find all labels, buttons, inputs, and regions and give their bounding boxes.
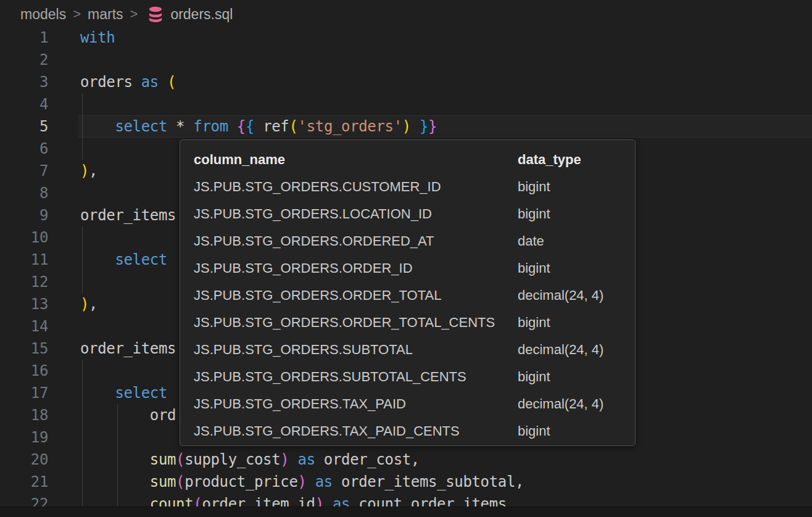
code-token bbox=[80, 384, 115, 402]
code-text[interactable]: ), bbox=[80, 160, 97, 182]
code-token: order_items_subtotal, bbox=[333, 473, 524, 490]
code-text[interactable]: select bbox=[80, 249, 167, 271]
code-token: ( bbox=[176, 473, 184, 490]
hover-cell-column-name: JS.PUB.STG_ORDERS.CUSTOMER_ID bbox=[194, 173, 518, 201]
line-number[interactable]: 15 bbox=[0, 337, 48, 360]
code-token bbox=[411, 118, 420, 135]
code-token: with bbox=[80, 29, 115, 46]
line-number[interactable]: 5 bbox=[0, 115, 48, 138]
hover-header-data-type: data_type bbox=[518, 146, 635, 173]
hover-cell-data-type: decimal(24, 4) bbox=[518, 336, 635, 363]
hover-cell-column-name: JS.PUB.STG_ORDERS.SUBTOTAL bbox=[194, 336, 518, 363]
hover-rows: JS.PUB.STG_ORDERS.CUSTOMER_IDbigintJS.PU… bbox=[180, 173, 635, 445]
code-line[interactable]: 20 sum(supply_cost) as order_cost, bbox=[0, 449, 812, 471]
line-number[interactable]: 12 bbox=[0, 271, 48, 293]
code-line[interactable]: 1with bbox=[0, 27, 812, 49]
line-number[interactable]: 3 bbox=[0, 71, 48, 93]
line-number[interactable]: 14 bbox=[0, 315, 48, 337]
line-number[interactable]: 13 bbox=[0, 293, 48, 315]
hover-cell-data-type: bigint bbox=[518, 418, 635, 445]
hover-cell-data-type: bigint bbox=[518, 201, 635, 228]
line-number[interactable]: 1 bbox=[0, 27, 48, 49]
line-number[interactable]: 18 bbox=[0, 404, 48, 426]
code-token: ) bbox=[402, 118, 411, 135]
line-number[interactable]: 9 bbox=[0, 204, 48, 226]
code-token: ( bbox=[167, 73, 176, 91]
hover-header-column-name: column_name bbox=[194, 146, 518, 173]
code-token: ( bbox=[176, 451, 184, 468]
line-number[interactable]: 11 bbox=[0, 249, 48, 271]
code-line[interactable]: 5 select * from {{ ref('stg_orders') }} bbox=[0, 115, 812, 138]
code-token: , bbox=[89, 296, 97, 313]
line-number[interactable]: 20 bbox=[0, 449, 48, 471]
code-token: as bbox=[298, 451, 315, 468]
code-token: , bbox=[89, 162, 97, 180]
code-token: { bbox=[246, 118, 254, 135]
line-number[interactable]: 21 bbox=[0, 471, 48, 493]
code-token: select bbox=[115, 118, 167, 135]
code-token: ) bbox=[80, 162, 89, 180]
code-token bbox=[159, 73, 167, 91]
hover-widget: column_name data_type JS.PUB.STG_ORDERS.… bbox=[180, 139, 636, 446]
code-text[interactable]: orders as ( bbox=[80, 71, 176, 93]
line-number[interactable]: 7 bbox=[0, 160, 48, 182]
code-text[interactable]: ), bbox=[80, 293, 97, 315]
hover-cell-column-name: JS.PUB.STG_ORDERS.TAX_PAID_CENTS bbox=[194, 418, 518, 445]
hover-header-row: column_name data_type bbox=[180, 146, 635, 173]
code-text[interactable]: order_items bbox=[80, 337, 176, 360]
code-line[interactable]: 4 bbox=[0, 93, 812, 115]
code-token: } bbox=[420, 118, 428, 135]
hover-cell-data-type: bigint bbox=[518, 255, 635, 282]
code-text[interactable]: order_items bbox=[80, 204, 176, 226]
code-token: * bbox=[167, 118, 193, 135]
hover-cell-data-type: decimal(24, 4) bbox=[518, 391, 635, 418]
code-token bbox=[80, 473, 150, 490]
code-text[interactable]: sum(product_price) as order_items_subtot… bbox=[80, 471, 524, 493]
line-number[interactable]: 17 bbox=[0, 382, 48, 404]
editor-bottom-edge bbox=[0, 507, 812, 517]
code-token: select bbox=[115, 384, 167, 402]
code-token: sum bbox=[150, 451, 176, 468]
line-number[interactable]: 8 bbox=[0, 182, 48, 204]
code-token bbox=[307, 473, 315, 490]
code-token bbox=[80, 251, 115, 268]
code-token: ( bbox=[289, 118, 297, 135]
line-number[interactable]: 4 bbox=[0, 93, 48, 115]
code-text[interactable]: sum(supply_cost) as order_cost, bbox=[80, 449, 420, 471]
code-text[interactable]: select * from {{ ref('stg_orders') }} bbox=[80, 115, 437, 138]
code-token: ) bbox=[298, 473, 307, 490]
hover-cell-data-type: bigint bbox=[518, 173, 635, 201]
hover-row: JS.PUB.STG_ORDERS.ORDERED_ATdate bbox=[180, 228, 635, 255]
hover-cell-column-name: JS.PUB.STG_ORDERS.SUBTOTAL_CENTS bbox=[194, 363, 518, 391]
hover-cell-column-name: JS.PUB.STG_ORDERS.TAX_PAID bbox=[194, 391, 518, 418]
line-number[interactable]: 10 bbox=[0, 226, 48, 249]
hover-row: JS.PUB.STG_ORDERS.SUBTOTALdecimal(24, 4) bbox=[180, 336, 635, 363]
code-line[interactable]: 21 sum(product_price) as order_items_sub… bbox=[0, 471, 812, 493]
hover-cell-data-type: bigint bbox=[518, 363, 635, 391]
code-line[interactable]: 2 bbox=[0, 49, 812, 71]
code-text[interactable]: with bbox=[80, 27, 115, 49]
line-number[interactable]: 16 bbox=[0, 360, 48, 382]
vscode-editor-window: models > marts > orders.sql 1with23order… bbox=[0, 0, 812, 517]
hover-cell-column-name: JS.PUB.STG_ORDERS.LOCATION_ID bbox=[194, 201, 518, 228]
code-token bbox=[228, 118, 237, 135]
line-number[interactable]: 2 bbox=[0, 49, 48, 71]
line-number[interactable]: 6 bbox=[0, 138, 48, 160]
code-token: { bbox=[237, 118, 246, 135]
hover-row: JS.PUB.STG_ORDERS.ORDER_TOTALdecimal(24,… bbox=[180, 282, 635, 309]
hover-row: JS.PUB.STG_ORDERS.TAX_PAID_CENTSbigint bbox=[180, 418, 635, 445]
hover-cell-data-type: decimal(24, 4) bbox=[518, 282, 635, 309]
code-text[interactable]: select bbox=[80, 382, 167, 404]
hover-cell-data-type: bigint bbox=[518, 309, 635, 336]
code-token bbox=[289, 451, 297, 468]
line-number[interactable]: 19 bbox=[0, 426, 48, 449]
code-token bbox=[80, 451, 150, 468]
code-text[interactable]: ord bbox=[80, 404, 176, 426]
hover-cell-column-name: JS.PUB.STG_ORDERS.ORDER_TOTAL bbox=[194, 282, 518, 309]
code-token: ) bbox=[280, 451, 289, 468]
code-token: 'stg_orders' bbox=[298, 118, 402, 135]
code-line[interactable]: 3orders as ( bbox=[0, 71, 812, 93]
code-token: select bbox=[115, 251, 167, 268]
code-token bbox=[80, 118, 115, 135]
code-token: supply_cost bbox=[184, 451, 280, 468]
